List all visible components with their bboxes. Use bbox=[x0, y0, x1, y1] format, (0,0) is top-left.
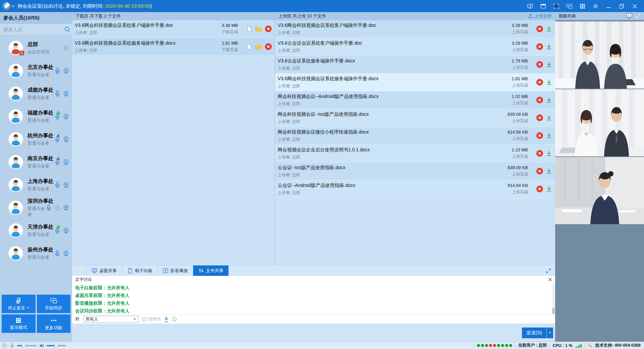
delete-icon[interactable] bbox=[536, 114, 543, 121]
video-feed-1[interactable] bbox=[555, 21, 644, 89]
mic-icon[interactable] bbox=[54, 136, 61, 143]
whisper-checkbox[interactable] bbox=[142, 317, 147, 321]
send-button[interactable]: 发送(S) bbox=[522, 328, 546, 338]
webcam-icon[interactable] bbox=[63, 113, 69, 120]
delete-icon[interactable] bbox=[536, 61, 543, 68]
mic-icon[interactable] bbox=[54, 250, 61, 257]
emoji-icon[interactable] bbox=[172, 316, 177, 322]
tab-media-play[interactable]: 影音播放 bbox=[158, 265, 193, 276]
delete-icon[interactable] bbox=[536, 150, 543, 157]
mic-icon[interactable] bbox=[54, 227, 61, 234]
download-icon[interactable] bbox=[546, 43, 552, 50]
upload-file-row[interactable]: 云会议--Android版产品使用指南.docx 上传者: 总部 914.64 … bbox=[275, 180, 555, 198]
download-icon[interactable] bbox=[546, 132, 552, 139]
delete-icon[interactable] bbox=[536, 167, 543, 175]
video-feed-3[interactable] bbox=[555, 157, 644, 224]
participant-row[interactable]: 扬州办事处 普通与会者 bbox=[0, 242, 72, 265]
participant-row[interactable]: 福建办事处 普通与会者 bbox=[0, 105, 72, 128]
download-icon[interactable] bbox=[546, 168, 552, 174]
audio-device-icon[interactable] bbox=[2, 343, 7, 348]
upload-file-row[interactable]: 网会科技视频会议--Android版产品使用指南.docx 上传者: 总部 1.… bbox=[275, 91, 555, 109]
start-sync-button[interactable]: 开始同步 bbox=[37, 295, 71, 313]
upload-file-row[interactable]: 网会科技视频会议--Ios版产品使用指南.docx 上传者: 总部 839.08… bbox=[275, 109, 555, 127]
video-feed-2[interactable] bbox=[555, 89, 644, 156]
webcam-off-icon[interactable] bbox=[63, 45, 69, 51]
mic-icon[interactable] bbox=[54, 113, 61, 120]
webcam-icon[interactable] bbox=[63, 136, 69, 143]
upload-file-row[interactable]: V3.6网会科技视频会议系统服务端操作手册.docx 上传者: 总部 1.81 … bbox=[275, 73, 555, 91]
display-mode-button[interactable]: 显示模式 bbox=[2, 314, 36, 333]
upload-file-row[interactable]: V3.6云会议系统服务端操作手册.docx 上传者: 总部 1.79 MB 上传… bbox=[275, 56, 555, 73]
titlebar-menu-caret-icon[interactable] bbox=[11, 5, 15, 7]
open-file-icon[interactable] bbox=[246, 26, 253, 32]
expand-icon[interactable] bbox=[546, 268, 551, 273]
multi-screen-icon[interactable] bbox=[566, 3, 573, 9]
mic-icon[interactable] bbox=[54, 90, 61, 97]
minimize-icon[interactable] bbox=[605, 3, 612, 9]
upload-file-row[interactable]: 网会视频会议企业后台使用说明书1.0.1.docx 上传者: 总部 1.23 M… bbox=[275, 145, 555, 162]
download-icon[interactable] bbox=[546, 97, 552, 103]
restore-icon[interactable] bbox=[618, 3, 625, 9]
participant-row[interactable]: 深圳办事处 普通与会者 bbox=[0, 196, 72, 219]
search-input[interactable] bbox=[3, 27, 64, 32]
delete-icon[interactable] bbox=[536, 25, 543, 33]
mic-icon[interactable] bbox=[54, 159, 61, 165]
delete-icon[interactable] bbox=[536, 96, 543, 104]
participant-row[interactable]: 南京办事处 普通与会者 bbox=[0, 151, 72, 173]
upload-file-button[interactable]: 上传文件 bbox=[528, 13, 552, 19]
download-icon[interactable] bbox=[546, 61, 552, 68]
stop-speaking-button[interactable]: 停止发言▼ bbox=[2, 295, 36, 313]
download-icon[interactable] bbox=[546, 150, 552, 157]
webcam-icon[interactable] bbox=[63, 90, 69, 97]
tab-whiteboard[interactable]: 电子白板 bbox=[122, 265, 158, 276]
chat-scrollbar[interactable] bbox=[552, 283, 555, 314]
record-icon[interactable] bbox=[553, 3, 559, 9]
video-layout-icon[interactable]: 12 bbox=[626, 13, 633, 19]
webcam-icon[interactable] bbox=[63, 227, 69, 234]
tab-desktop-share[interactable]: 桌面共享 bbox=[86, 265, 122, 276]
participant-row[interactable]: 成都办事处 普通与会者 bbox=[0, 82, 72, 105]
layout-grid-icon[interactable] bbox=[579, 3, 586, 9]
delete-icon[interactable] bbox=[265, 43, 272, 50]
close-icon[interactable] bbox=[631, 3, 638, 9]
download-icon[interactable] bbox=[546, 186, 552, 192]
upload-file-row[interactable]: 云会议--Ios版产品使用指南.docx 上传者: 总部 839.09 KB 上… bbox=[275, 162, 555, 180]
upload-file-row[interactable]: V3.6云会议会议系统客户端操作手册.doc 上传者: 总部 3.28 MB 上… bbox=[275, 38, 555, 56]
webcam-icon[interactable] bbox=[63, 182, 69, 188]
upload-file-row[interactable]: 网会科技视频会议微信小程序快速指南.docx 上传者: 总部 614.58 KB… bbox=[275, 127, 555, 145]
delete-icon[interactable] bbox=[265, 25, 272, 33]
mic-icon[interactable] bbox=[54, 67, 61, 74]
recipient-select[interactable]: 所有人 ▼ bbox=[83, 316, 139, 322]
download-icon[interactable] bbox=[546, 26, 552, 32]
download-file-row[interactable]: V3.6网会科技视频会议系统服务端操作手册.docx 上传者: 总部 1.81 … bbox=[72, 38, 275, 56]
webcam-icon[interactable] bbox=[63, 159, 69, 165]
font-color-button[interactable]: A bbox=[165, 316, 168, 322]
download-file-row[interactable]: V3.6网会科技视频会议系统客户端操作手册.doc 上传者: 总部 3.38 M… bbox=[72, 20, 275, 38]
window-mode-icon[interactable] bbox=[540, 3, 546, 9]
participant-row[interactable]: 北京办事处 普通与会者 bbox=[0, 59, 72, 82]
participant-row[interactable]: 总部 会议管理员 bbox=[0, 37, 72, 59]
more-functions-button[interactable]: 更多功能 bbox=[37, 314, 71, 333]
webcam-off-icon[interactable] bbox=[54, 204, 61, 211]
delete-icon[interactable] bbox=[536, 185, 543, 193]
open-folder-icon[interactable] bbox=[255, 26, 262, 32]
open-folder-icon[interactable] bbox=[255, 43, 262, 50]
expand-icon[interactable] bbox=[636, 13, 641, 18]
webcam-icon[interactable] bbox=[63, 67, 69, 74]
delete-icon[interactable] bbox=[536, 43, 543, 50]
participant-row[interactable]: 天津办事处 普通与会者 bbox=[0, 219, 72, 242]
screen-share-icon[interactable] bbox=[527, 3, 533, 9]
close-icon[interactable] bbox=[548, 278, 552, 282]
participant-row[interactable]: 杭州办事处 普通与会者 bbox=[0, 128, 72, 151]
send-options-caret[interactable]: ▼ bbox=[546, 328, 553, 338]
webcam-icon[interactable] bbox=[63, 204, 69, 211]
search-icon[interactable] bbox=[64, 26, 71, 33]
webcam-icon[interactable] bbox=[63, 250, 69, 257]
participant-row[interactable]: 上海办事处 普通与会者 bbox=[0, 173, 72, 196]
speaker-icon[interactable] bbox=[39, 343, 44, 348]
download-icon[interactable] bbox=[546, 114, 552, 121]
scrollbar-handle[interactable] bbox=[552, 308, 555, 314]
mic-volume-slider[interactable] bbox=[17, 345, 37, 346]
gear-icon[interactable] bbox=[592, 3, 599, 9]
open-file-icon[interactable] bbox=[246, 43, 253, 50]
